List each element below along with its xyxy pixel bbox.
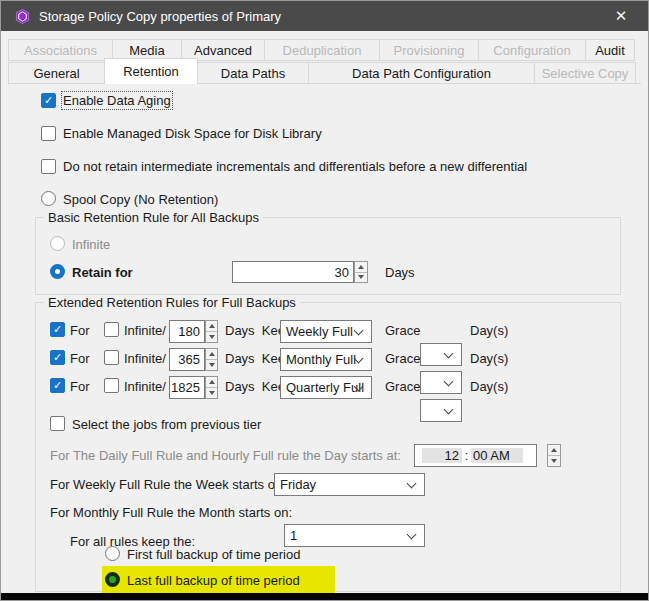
enable-data-aging-checkbox[interactable]: ✓ (41, 93, 56, 108)
chevron-down-icon (444, 405, 454, 415)
tab-associations[interactable]: Associations (8, 39, 113, 61)
days-input[interactable]: 365 (169, 348, 205, 371)
basic-retention-groupbox: Basic Retention Rule for All Backups Inf… (35, 217, 621, 295)
week-starts-on-label: For Weekly Full Rule the Week starts on: (50, 477, 286, 492)
infinite-slash-label: Infinite/ (124, 351, 166, 366)
spin-up-icon[interactable] (206, 377, 217, 387)
tab-label: Data Paths (221, 66, 285, 81)
last-full-backup-radio[interactable] (105, 572, 120, 587)
days-spinner (205, 376, 218, 399)
retain-days-value: 30 (335, 265, 349, 280)
tab-deduplication[interactable]: Deduplication (264, 39, 380, 61)
basic-retention-title: Basic Retention Rule for All Backups (44, 210, 263, 225)
enable-data-aging-label: Enable Data Aging (63, 93, 171, 108)
tab-data-path-configuration[interactable]: Data Path Configuration (308, 62, 535, 84)
week-starts-dropdown[interactable]: Friday (274, 473, 425, 496)
keep-type-dropdown[interactable]: Weekly Full (280, 320, 372, 343)
chevron-down-icon (407, 530, 417, 540)
day-starts-at-label: For The Daily Full Rule and Hourly Full … (50, 448, 401, 463)
for-checkbox[interactable]: ✓ (50, 350, 65, 365)
select-jobs-previous-tier-checkbox[interactable] (50, 416, 65, 431)
tab-provisioning[interactable]: Provisioning (379, 39, 479, 61)
days-unit-label: Day(s) (470, 379, 508, 394)
infinite-slash-label: Infinite/ (124, 379, 166, 394)
grace-label: Grace (385, 351, 420, 366)
tab-data-paths[interactable]: Data Paths (197, 62, 309, 84)
for-label: For (70, 351, 90, 366)
tab-audit[interactable]: Audit (585, 39, 635, 61)
infinite-checkbox[interactable] (104, 378, 119, 393)
for-label: For (70, 379, 90, 394)
infinite-checkbox[interactable] (104, 350, 119, 365)
days-value: 1825 (171, 380, 200, 395)
days-input[interactable]: 1825 (169, 376, 205, 399)
month-starts-on-label: For Monthly Full Rule the Month starts o… (50, 505, 292, 520)
keep-type-value: Quarterly Full (286, 380, 364, 395)
select-jobs-previous-tier-label: Select the jobs from previous tier (72, 417, 261, 432)
spin-down-icon[interactable] (206, 331, 217, 342)
close-icon[interactable]: ✕ (606, 1, 636, 31)
app-gem-icon (15, 9, 30, 24)
tab-selective-copy[interactable]: Selective Copy (534, 62, 636, 84)
spin-down-icon[interactable] (206, 359, 217, 370)
tab-configuration[interactable]: Configuration (478, 39, 586, 61)
grace-dropdown[interactable] (420, 399, 462, 422)
retain-days-spinner (354, 261, 368, 283)
spin-down-icon[interactable] (548, 455, 560, 466)
first-full-backup-radio[interactable] (105, 546, 120, 561)
spin-down-icon[interactable] (355, 272, 367, 283)
time-minute-ampm-segment[interactable]: 00 AM (471, 448, 523, 463)
infinite-label: Infinite (72, 237, 110, 252)
days-input[interactable]: 180 (169, 320, 205, 343)
days-unit-label: Days (385, 265, 415, 280)
spin-up-icon[interactable] (548, 445, 560, 455)
no-intermediate-checkbox[interactable] (41, 159, 56, 174)
keep-type-dropdown[interactable]: Monthly Full (280, 348, 372, 371)
tab-label: Media (129, 43, 164, 58)
day-starts-time-field[interactable]: 12:00 AM (414, 444, 537, 467)
spin-up-icon[interactable] (206, 321, 217, 331)
infinite-checkbox[interactable] (104, 322, 119, 337)
managed-disk-space-checkbox[interactable] (41, 126, 56, 141)
month-starts-value: 1 (290, 528, 297, 543)
spin-up-icon[interactable] (206, 349, 217, 359)
tab-strip-bottom: General Retention Data Paths Data Path C… (9, 61, 636, 84)
days-unit-label: Day(s) (470, 323, 508, 338)
days-value: 180 (178, 324, 200, 339)
tab-label: Advanced (194, 43, 252, 58)
extended-rule-row: ✓ For Infinite/ 365 Days Keep Monthly Fu… (36, 348, 620, 372)
spin-up-icon[interactable] (355, 262, 367, 272)
spool-copy-radio[interactable] (41, 191, 56, 206)
dialog-window: Storage Policy Copy properties of Primar… (0, 0, 649, 601)
retain-for-label: Retain for (72, 265, 133, 280)
tab-retention[interactable]: Retention (104, 58, 198, 84)
tab-label: General (33, 66, 79, 81)
no-intermediate-label: Do not retain intermediate incrementals … (63, 159, 527, 174)
days-spinner (205, 320, 218, 343)
last-full-backup-label: Last full backup of time period (127, 573, 300, 588)
tab-label: Selective Copy (542, 66, 629, 81)
extended-rule-row: ✓ For Infinite/ 1825 Days Keep Quarterly… (36, 376, 620, 400)
week-starts-value: Friday (280, 477, 316, 492)
tab-general[interactable]: General (8, 62, 105, 84)
spin-down-icon[interactable] (206, 387, 217, 398)
grace-label: Grace (385, 323, 420, 338)
keep-type-dropdown[interactable]: Quarterly Full (280, 376, 372, 399)
infinite-radio[interactable] (50, 236, 65, 251)
for-checkbox[interactable]: ✓ (50, 322, 65, 337)
first-full-backup-label: First full backup of time period (127, 547, 300, 562)
time-spinner (547, 444, 561, 467)
spool-copy-label: Spool Copy (No Retention) (63, 192, 218, 207)
tab-label: Provisioning (394, 43, 465, 58)
tab-label: Configuration (493, 43, 570, 58)
retain-for-radio[interactable] (50, 264, 65, 279)
days-unit-label: Day(s) (470, 351, 508, 366)
extended-retention-title: Extended Retention Rules for Full Backup… (44, 295, 300, 310)
extended-rule-row: ✓ For Infinite/ 180 Days Keep Weekly Ful… (36, 320, 620, 344)
tab-label: Audit (595, 43, 625, 58)
days-value: 365 (178, 352, 200, 367)
time-hour-segment[interactable]: 12 (422, 448, 462, 463)
for-checkbox[interactable]: ✓ (50, 378, 65, 393)
month-starts-dropdown[interactable]: 1 (284, 524, 425, 547)
retain-days-input[interactable]: 30 (232, 261, 354, 283)
